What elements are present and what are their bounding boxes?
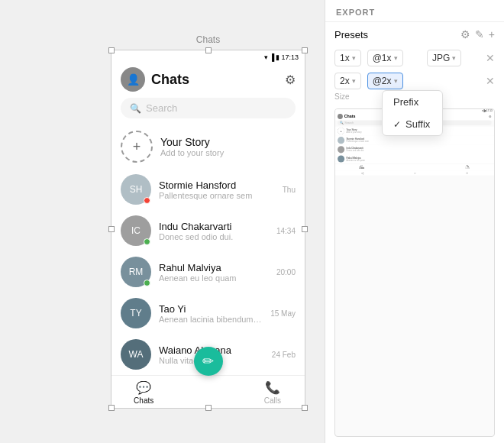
mini-title: Chats bbox=[344, 114, 356, 118]
avatar-stormie: SH bbox=[121, 174, 151, 205]
phone-inner: ▾ ▐ ▮ 17:13 👤 Chats ⚙ 🔍 Searc bbox=[111, 50, 305, 408]
search-icon: 🔍 bbox=[130, 103, 141, 114]
story-name: Your Story bbox=[160, 136, 224, 148]
chat-name-1: Indu Chakarvarti bbox=[159, 221, 269, 232]
filter-icon[interactable]: ⚙ bbox=[460, 28, 470, 40]
chat-name-3: Tao Yi bbox=[159, 303, 263, 315]
handle-tr[interactable] bbox=[302, 47, 308, 53]
chat-item-1[interactable]: IC Indu Chakarvarti Donec sed odio dui. … bbox=[111, 210, 305, 251]
signal-icon: ▐ bbox=[270, 53, 274, 61]
wifi-icon: ▾ bbox=[264, 53, 268, 61]
chat-header-left: 👤 Chats bbox=[121, 67, 189, 92]
chat-time-4: 24 Feb bbox=[272, 351, 296, 359]
handle-ml[interactable] bbox=[108, 226, 115, 232]
handle-tm[interactable] bbox=[205, 47, 212, 53]
avatar-waiano: WA bbox=[121, 339, 151, 370]
story-item[interactable]: + Your Story Add to your story bbox=[111, 124, 305, 169]
row2-close-button[interactable]: ✕ bbox=[486, 75, 495, 87]
prefix-option: Prefix bbox=[393, 96, 418, 108]
chat-name-0: Stormie Hansford bbox=[159, 179, 275, 191]
mini-row-2: Rahul MalviyaAenean eu leo quam bbox=[335, 154, 494, 163]
mini-row-1: Indu ChakarvartiDonec sed odio dui. bbox=[335, 145, 494, 154]
chat-nav-icon: 💬 bbox=[136, 380, 151, 395]
scale-2x-dropdown[interactable]: 2x ▾ bbox=[334, 73, 361, 89]
checkmark-icon: ✓ bbox=[393, 119, 401, 130]
nav-chats[interactable]: 💬 Chats bbox=[111, 380, 176, 405]
chat-time-2: 20:00 bbox=[276, 268, 296, 276]
search-bar[interactable]: 🔍 Search bbox=[121, 98, 296, 118]
format-1x-arrow: ▾ bbox=[394, 54, 398, 62]
filetype-arrow: ▾ bbox=[452, 54, 456, 62]
presets-row: Presets ⚙ ✎ + bbox=[325, 22, 504, 47]
chat-time-3: 15 May bbox=[270, 309, 296, 318]
mini-row-0: Stormie HansfordPallentesque ornare sem bbox=[335, 136, 494, 145]
scale-2x-value: 2x bbox=[340, 76, 350, 86]
nav-chats-label: Chats bbox=[134, 396, 153, 405]
filetype-value: JPG bbox=[432, 53, 450, 63]
handle-mr[interactable] bbox=[302, 226, 308, 232]
calls-nav-icon: 📞 bbox=[265, 380, 280, 395]
scale-2x-arrow: ▾ bbox=[352, 77, 356, 85]
chat-item-3[interactable]: TY Tao Yi Aenean lacinia bibendum nulla … bbox=[111, 293, 305, 334]
status-icons: ▾ ▐ ▮ 17:13 bbox=[264, 53, 299, 61]
bottom-nav: 💬 Chats ◯ 📞 Calls ✏ bbox=[111, 375, 305, 408]
scale-1x-arrow: ▾ bbox=[352, 54, 356, 62]
format-2x-arrow: ▾ bbox=[394, 77, 398, 85]
chat-time-0: Thu bbox=[283, 186, 296, 194]
row1-close-button[interactable]: ✕ bbox=[486, 52, 495, 64]
format-1x-dropdown[interactable]: @1x ▾ bbox=[367, 50, 403, 66]
add-icon[interactable]: + bbox=[489, 28, 495, 40]
chat-time-1: 14:34 bbox=[276, 227, 296, 235]
nav-calls-label: Calls bbox=[264, 396, 281, 405]
gear-icon[interactable]: ⚙ bbox=[285, 73, 296, 87]
filetype-dropdown[interactable]: JPG ▾ bbox=[427, 50, 461, 66]
online-dot bbox=[144, 197, 150, 204]
chat-info-3: Tao Yi Aenean lacinia bibendum nulla sed… bbox=[159, 303, 263, 324]
story-add-circle[interactable]: + bbox=[121, 131, 153, 163]
scale-1x-value: 1x bbox=[340, 53, 350, 63]
online-dot-1 bbox=[144, 238, 150, 245]
format-1x-value: @1x bbox=[373, 53, 392, 63]
mini-preview: ▾▐▮ 17:13 Chats ⚙ 🔍Search + Your StoryAd… bbox=[334, 108, 495, 437]
avatar-indu: IC bbox=[121, 215, 151, 246]
mini-bottom-nav: 💬Chats 📞Calls bbox=[335, 163, 494, 170]
suffix-option: Suffix bbox=[405, 118, 430, 130]
prefix-suffix-popup: Prefix ✓ Suffix bbox=[382, 90, 443, 136]
export-row1: 1x ▾ @1x ▾ JPG ▾ ✕ bbox=[325, 47, 504, 70]
handle-tl[interactable] bbox=[108, 47, 115, 53]
search-placeholder: Search bbox=[146, 102, 177, 114]
mini-sys-nav: ◁ ○ □ bbox=[335, 170, 494, 175]
presets-label: Presets bbox=[334, 29, 368, 40]
user-avatar: 👤 bbox=[121, 67, 145, 92]
chat-preview-2: Aenean eu leo quam bbox=[159, 273, 269, 283]
preset-actions: ⚙ ✎ + bbox=[460, 28, 495, 40]
chat-meta-3: 15 May bbox=[270, 309, 296, 318]
chat-info-1: Indu Chakarvarti Donec sed odio dui. bbox=[159, 221, 269, 241]
chat-name-2: Rahul Malviya bbox=[159, 262, 269, 273]
nav-calls[interactable]: 📞 Calls bbox=[241, 380, 305, 405]
nav-center[interactable]: ◯ bbox=[176, 380, 240, 405]
story-sub: Add to your story bbox=[160, 148, 224, 157]
popup-item-suffix[interactable]: ✓ Suffix bbox=[383, 113, 442, 135]
phone-label: Chats bbox=[111, 34, 305, 45]
online-dot-2 bbox=[144, 280, 150, 286]
chat-preview-1: Donec sed odio dui. bbox=[159, 232, 269, 241]
chat-item-2[interactable]: RM Rahul Malviya Aenean eu leo quam 20:0… bbox=[111, 251, 305, 293]
chat-header: 👤 Chats ⚙ bbox=[111, 64, 305, 98]
chat-info-0: Stormie Hansford Pallentesque ornare sem bbox=[159, 179, 275, 200]
chat-info-2: Rahul Malviya Aenean eu leo quam bbox=[159, 262, 269, 283]
chat-preview-0: Pallentesque ornare sem bbox=[159, 191, 275, 200]
chat-preview-3: Aenean lacinia bibendum nulla sed consec… bbox=[159, 315, 263, 324]
avatar-tao: TY bbox=[121, 298, 151, 328]
format-2x-dropdown[interactable]: @2x ▾ bbox=[367, 73, 403, 89]
edit-icon[interactable]: ✎ bbox=[475, 28, 484, 40]
popup-item-prefix[interactable]: Prefix bbox=[383, 91, 442, 113]
chat-item-0[interactable]: SH Stormie Hansford Pallentesque ornare … bbox=[111, 169, 305, 210]
chat-meta-2: 20:00 bbox=[276, 268, 296, 276]
fab-button[interactable]: ✏ bbox=[194, 347, 223, 376]
chat-title: Chats bbox=[151, 72, 189, 88]
avatar-rahul: RM bbox=[121, 257, 151, 287]
chat-meta-1: 14:34 bbox=[276, 227, 296, 235]
scale-1x-dropdown[interactable]: 1x ▾ bbox=[334, 50, 361, 66]
format-2x-value: @2x bbox=[373, 76, 392, 86]
